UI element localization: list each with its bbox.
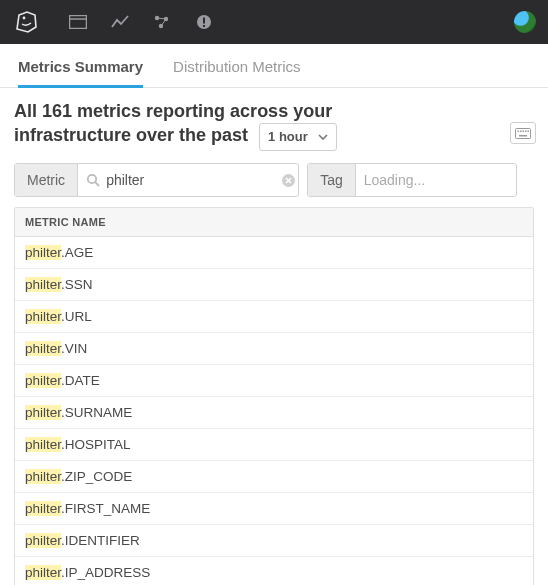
page-heading: All 161 metrics reporting across your in… bbox=[14, 100, 454, 151]
svg-line-7 bbox=[161, 19, 166, 26]
table-row[interactable]: philter.URL bbox=[15, 301, 533, 333]
logo[interactable] bbox=[12, 8, 42, 36]
nav-icons bbox=[68, 12, 514, 32]
table-row[interactable]: philter.VIN bbox=[15, 333, 533, 365]
svg-rect-13 bbox=[520, 130, 522, 132]
svg-rect-10 bbox=[203, 25, 205, 27]
metric-suffix: .SURNAME bbox=[61, 405, 132, 420]
svg-line-19 bbox=[95, 183, 99, 187]
metric-suffix: .ZIP_CODE bbox=[61, 469, 132, 484]
infrastructure-icon[interactable] bbox=[152, 12, 172, 32]
table-row[interactable]: philter.ZIP_CODE bbox=[15, 461, 533, 493]
metric-suffix: .AGE bbox=[61, 245, 93, 260]
metric-suffix: .FIRST_NAME bbox=[61, 501, 150, 516]
svg-rect-17 bbox=[519, 135, 527, 137]
metric-search-input[interactable] bbox=[106, 172, 281, 188]
metric-suffix: .URL bbox=[61, 309, 92, 324]
table-header[interactable]: METRIC NAME bbox=[15, 208, 533, 237]
heading-count: 161 bbox=[42, 101, 72, 121]
tabs: Metrics Summary Distribution Metrics bbox=[0, 44, 548, 88]
chevron-down-icon bbox=[318, 134, 328, 140]
tab-distribution-metrics[interactable]: Distribution Metrics bbox=[173, 58, 301, 87]
highlight-match: philter bbox=[25, 405, 61, 420]
table-row[interactable]: philter.FIRST_NAME bbox=[15, 493, 533, 525]
table-row[interactable]: philter.AGE bbox=[15, 237, 533, 269]
datadog-logo-icon bbox=[13, 9, 41, 35]
tag-filter-input-wrap[interactable] bbox=[356, 164, 516, 196]
keyboard-shortcuts-button[interactable] bbox=[510, 122, 536, 144]
time-range-value: 1 hour bbox=[268, 129, 308, 146]
highlight-match: philter bbox=[25, 533, 61, 548]
highlight-match: philter bbox=[25, 309, 61, 324]
svg-rect-16 bbox=[528, 130, 530, 132]
highlight-match: philter bbox=[25, 277, 61, 292]
user-avatar[interactable] bbox=[514, 11, 536, 33]
highlight-match: philter bbox=[25, 373, 61, 388]
search-icon bbox=[86, 173, 100, 187]
tag-search-input[interactable] bbox=[364, 172, 517, 188]
filters-row: Metric Tag bbox=[0, 159, 548, 207]
svg-rect-14 bbox=[523, 130, 525, 132]
highlight-match: philter bbox=[25, 341, 61, 356]
svg-rect-1 bbox=[70, 16, 87, 29]
top-nav bbox=[0, 0, 548, 44]
metric-suffix: .DATE bbox=[61, 373, 100, 388]
chart-icon[interactable] bbox=[110, 12, 130, 32]
table-row[interactable]: philter.SSN bbox=[15, 269, 533, 301]
tag-filter-label: Tag bbox=[308, 164, 356, 196]
svg-rect-15 bbox=[525, 130, 527, 132]
heading-prefix: All bbox=[14, 101, 42, 121]
clear-metric-button[interactable] bbox=[281, 173, 296, 188]
highlight-match: philter bbox=[25, 437, 61, 452]
time-range-select[interactable]: 1 hour bbox=[259, 123, 337, 151]
table-row[interactable]: philter.DATE bbox=[15, 365, 533, 397]
metrics-table: METRIC NAME philter.AGEphilter.SSNphilte… bbox=[14, 207, 534, 585]
tag-filter: Tag bbox=[307, 163, 517, 197]
svg-point-18 bbox=[88, 175, 96, 183]
dashboard-icon[interactable] bbox=[68, 12, 88, 32]
metric-suffix: .IP_ADDRESS bbox=[61, 565, 150, 580]
metric-filter-label: Metric bbox=[15, 164, 78, 196]
highlight-match: philter bbox=[25, 565, 61, 580]
keyboard-icon bbox=[515, 128, 531, 139]
page-heading-row: All 161 metrics reporting across your in… bbox=[0, 88, 548, 159]
highlight-match: philter bbox=[25, 469, 61, 484]
svg-rect-12 bbox=[518, 130, 520, 132]
svg-rect-9 bbox=[203, 18, 205, 24]
highlight-match: philter bbox=[25, 245, 61, 260]
metric-suffix: .VIN bbox=[61, 341, 87, 356]
svg-rect-11 bbox=[516, 128, 531, 138]
metric-suffix: .SSN bbox=[61, 277, 93, 292]
close-circle-icon bbox=[281, 173, 296, 188]
metric-suffix: .HOSPITAL bbox=[61, 437, 131, 452]
metric-filter-input-wrap bbox=[78, 164, 298, 196]
table-row[interactable]: philter.SURNAME bbox=[15, 397, 533, 429]
tab-metrics-summary[interactable]: Metrics Summary bbox=[18, 58, 143, 88]
table-row[interactable]: philter.IP_ADDRESS bbox=[15, 557, 533, 585]
alert-icon[interactable] bbox=[194, 12, 214, 32]
highlight-match: philter bbox=[25, 501, 61, 516]
table-body: philter.AGEphilter.SSNphilter.URLphilter… bbox=[15, 237, 533, 585]
metric-suffix: .IDENTIFIER bbox=[61, 533, 140, 548]
svg-point-0 bbox=[23, 17, 26, 20]
table-row[interactable]: philter.IDENTIFIER bbox=[15, 525, 533, 557]
metric-filter: Metric bbox=[14, 163, 299, 197]
table-row[interactable]: philter.HOSPITAL bbox=[15, 429, 533, 461]
